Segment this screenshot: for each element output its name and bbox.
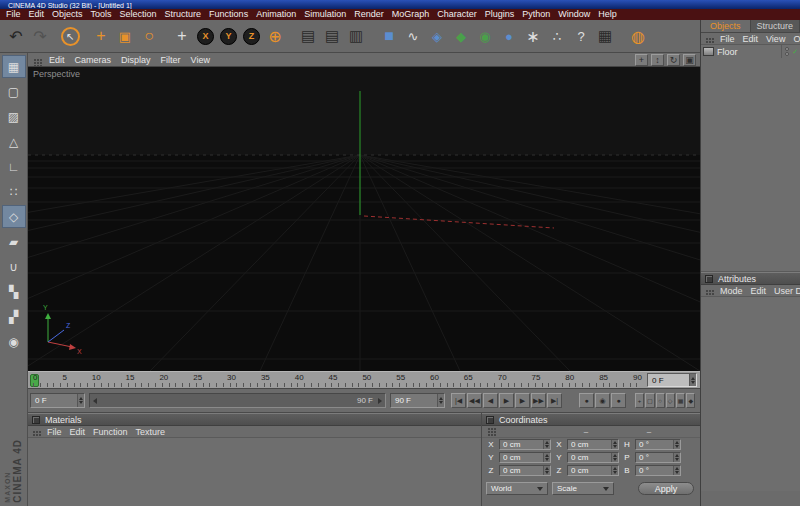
last-used-tool[interactable]: + <box>170 23 194 49</box>
size-field[interactable]: 0 cm <box>567 465 619 476</box>
record-pla-toggle[interactable]: ▦ <box>676 393 686 408</box>
materials-menu-item[interactable]: Function <box>89 427 132 437</box>
viewport-zoom-icon[interactable]: ↕ <box>651 54 664 66</box>
spinner-icon[interactable] <box>543 453 550 462</box>
menu-item[interactable]: Window <box>554 9 594 20</box>
help-button[interactable]: ? <box>569 23 593 49</box>
animation-mode-button[interactable]: ◉ <box>2 330 26 353</box>
rotation-field[interactable]: 0 ° <box>635 465 681 476</box>
object-name[interactable]: Floor <box>717 47 738 57</box>
coordinates-header[interactable]: Coordinates <box>482 413 700 426</box>
materials-header[interactable]: Materials <box>28 413 481 426</box>
position-field[interactable]: 0 cm <box>499 465 551 476</box>
menu-item[interactable]: Structure <box>161 9 206 20</box>
materials-menu-item[interactable]: File <box>43 427 66 437</box>
record-parameter-toggle[interactable]: ◇ <box>666 393 675 408</box>
objects-menu-item[interactable]: Edit <box>739 34 763 44</box>
convert-object-button[interactable]: ▦ <box>2 55 26 78</box>
texture-button[interactable]: ▚ <box>2 280 26 303</box>
lock-z-axis-button[interactable]: Z <box>243 28 260 45</box>
editor-visibility-dot[interactable] <box>785 47 789 51</box>
spinner-icon[interactable] <box>611 440 618 449</box>
object-row[interactable]: Floor ✓ <box>701 45 800 58</box>
rotation-field[interactable]: 0 ° <box>635 452 681 463</box>
menu-item[interactable]: Objects <box>48 9 87 20</box>
scale-tool[interactable]: ▣ <box>113 23 137 49</box>
viewport-maximize-icon[interactable]: ▣ <box>683 54 696 66</box>
next-frame-button[interactable]: ▶ <box>515 393 530 408</box>
position-mode-dropdown[interactable]: – <box>560 427 612 436</box>
menu-item[interactable]: Animation <box>252 9 300 20</box>
undo-icon[interactable]: ↶ <box>4 23 28 49</box>
add-primitive-button[interactable]: ■ <box>377 23 401 49</box>
redo-icon[interactable]: ↷ <box>28 23 52 49</box>
position-field[interactable]: 0 cm <box>499 452 551 463</box>
spinner-icon[interactable] <box>543 466 550 475</box>
end-frame-field[interactable]: 90 F <box>390 393 445 408</box>
menu-item[interactable]: Functions <box>205 9 252 20</box>
rotate-tool[interactable]: ○ <box>137 23 161 49</box>
add-particles-button[interactable]: ∗ <box>521 23 545 49</box>
render-picture-viewer-button[interactable]: ▤ <box>320 23 344 49</box>
objects-menu-item[interactable]: Obj <box>789 34 800 44</box>
attributes-menu-item[interactable]: Mode <box>716 286 747 296</box>
workplane-button[interactable]: △ <box>2 130 26 153</box>
autokey-button[interactable]: ◉ <box>595 393 610 408</box>
materials-menu-item[interactable]: Edit <box>66 427 90 437</box>
visibility-dots[interactable] <box>785 47 789 56</box>
object-axis-button[interactable]: ∟ <box>2 155 26 178</box>
attributes-body[interactable] <box>701 297 800 491</box>
snap-button[interactable]: ∪ <box>2 255 26 278</box>
play-button[interactable]: ▶ <box>499 393 514 408</box>
add-spline-button[interactable]: ∿ <box>401 23 425 49</box>
panel-grip-icon[interactable] <box>488 428 490 430</box>
add-deformer-button[interactable]: ◉ <box>473 23 497 49</box>
lock-y-axis-button[interactable]: Y <box>220 28 237 45</box>
timeline-ruler[interactable]: 051015202530354045505560657075808590 0 F <box>28 371 700 389</box>
tab-structure[interactable]: Structure <box>751 20 800 32</box>
record-keyframe-button[interactable]: ● <box>579 393 594 408</box>
viewport-rotate-icon[interactable]: ↻ <box>667 54 680 66</box>
record-scale-toggle[interactable]: ▢ <box>645 393 655 408</box>
goto-end-button[interactable]: ▶| <box>547 393 562 408</box>
size-mode-dropdown[interactable]: Scale <box>552 482 614 495</box>
move-tool[interactable]: + <box>89 23 113 49</box>
viewport-menu-item[interactable]: Display <box>116 55 156 65</box>
render-view-button[interactable]: ▤ <box>296 23 320 49</box>
live-selection-tool[interactable]: ↖ <box>61 27 80 46</box>
record-rotation-toggle[interactable]: ○ <box>656 393 665 408</box>
add-modeling-object-button[interactable]: ◆ <box>449 23 473 49</box>
attributes-menu-item[interactable]: User Data <box>770 286 800 296</box>
render-settings-button[interactable]: ▥ <box>344 23 368 49</box>
spinner-icon[interactable] <box>543 440 550 449</box>
materials-list-area[interactable] <box>28 438 481 506</box>
add-nurbs-button[interactable]: ◈ <box>425 23 449 49</box>
menu-item[interactable]: Python <box>518 9 554 20</box>
goto-start-button[interactable]: |◀ <box>451 393 466 408</box>
attributes-header[interactable]: Attributes <box>701 272 800 285</box>
viewport-pan-icon[interactable]: + <box>635 54 648 66</box>
edges-mode-button[interactable]: ◇ <box>2 205 26 228</box>
rotation-mode-dropdown[interactable]: – <box>626 427 672 436</box>
spinner-icon[interactable] <box>673 466 680 475</box>
object-enabled-icon[interactable]: ✓ <box>792 48 798 55</box>
next-key-button[interactable]: ▶▶ <box>531 393 546 408</box>
menu-item[interactable]: Edit <box>25 9 49 20</box>
objects-menu-item[interactable]: View <box>762 34 789 44</box>
tab-objects[interactable]: Objects <box>701 20 751 32</box>
render-visibility-dot[interactable] <box>785 52 789 56</box>
spinner-icon[interactable] <box>673 453 680 462</box>
texture-mode-button[interactable]: ▨ <box>2 105 26 128</box>
menu-item[interactable]: Render <box>350 9 388 20</box>
attributes-menu-item[interactable]: Edit <box>747 286 771 296</box>
size-field[interactable]: 0 cm <box>567 452 619 463</box>
timeline-range-slider[interactable]: 90 F <box>89 393 386 408</box>
lock-x-axis-button[interactable]: X <box>197 28 214 45</box>
spinner-icon[interactable] <box>437 394 444 407</box>
size-field[interactable]: 0 cm <box>567 439 619 450</box>
prev-key-button[interactable]: ◀◀ <box>467 393 482 408</box>
menu-item[interactable]: File <box>2 9 25 20</box>
record-position-toggle[interactable]: + <box>635 393 644 408</box>
viewport-menu-item[interactable]: View <box>186 55 215 65</box>
content-browser-button[interactable]: ▦ <box>593 23 617 49</box>
